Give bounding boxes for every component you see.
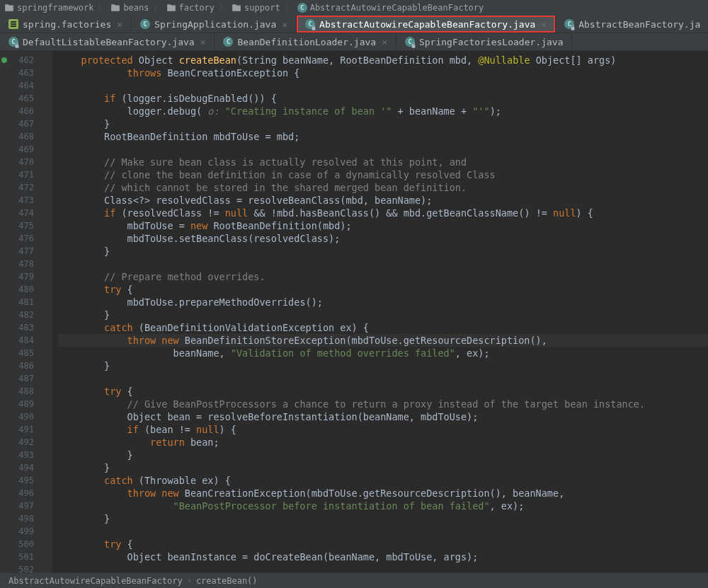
fold-handle[interactable] xyxy=(41,550,52,563)
code-line[interactable]: } xyxy=(58,245,708,258)
close-icon[interactable]: × xyxy=(115,19,122,30)
line-number[interactable]: 494 xyxy=(0,461,34,474)
line-number[interactable]: 483 xyxy=(0,321,34,334)
fold-handle[interactable] xyxy=(41,410,52,423)
code-line[interactable]: // Prepare method overrides. xyxy=(58,270,708,283)
line-number[interactable]: 486 xyxy=(0,359,34,372)
code-line[interactable]: try { xyxy=(58,283,708,296)
line-number[interactable]: 479 xyxy=(0,270,34,283)
fold-handle[interactable] xyxy=(41,512,52,525)
line-number[interactable]: 499 xyxy=(0,525,34,538)
code-line[interactable]: protected Object createBean(String beanN… xyxy=(58,54,708,67)
line-number[interactable]: 498 xyxy=(0,512,34,525)
fold-handle[interactable] xyxy=(41,487,52,500)
fold-handle[interactable] xyxy=(41,525,52,538)
code-line[interactable]: Class<?> resolvedClass = resolveBeanClas… xyxy=(58,194,708,207)
breakpoint-icon[interactable] xyxy=(1,57,7,63)
line-number[interactable]: 468 xyxy=(0,130,34,143)
line-number[interactable]: 497 xyxy=(0,500,34,512)
breadcrumb-class[interactable]: AbstractAutowireCapableBeanFactory xyxy=(8,576,183,586)
line-number[interactable]: 463 xyxy=(0,67,34,79)
editor-tab[interactable]: CDefaultListableBeanFactory.java× xyxy=(0,33,215,50)
fold-handle[interactable] xyxy=(41,117,52,130)
line-number[interactable]: 489 xyxy=(0,398,34,410)
fold-handle[interactable] xyxy=(41,372,52,385)
line-number[interactable]: 465 xyxy=(0,92,34,105)
line-number[interactable]: 476 xyxy=(0,232,34,245)
fold-handle[interactable] xyxy=(41,398,52,410)
line-number-gutter[interactable]: 4624634644654664674684694704714724734744… xyxy=(0,51,41,572)
line-number[interactable]: 481 xyxy=(0,296,34,309)
fold-handle[interactable] xyxy=(41,181,52,194)
fold-handle[interactable] xyxy=(41,385,52,398)
structure-breadcrumb[interactable]: AbstractAutowireCapableBeanFactory › cre… xyxy=(0,572,708,588)
close-icon[interactable]: × xyxy=(199,37,206,47)
fold-handle[interactable] xyxy=(41,67,52,79)
code-line[interactable]: if (resolvedClass != null && !mbd.hasBea… xyxy=(58,207,708,219)
fold-handle[interactable] xyxy=(41,270,52,283)
close-icon[interactable]: × xyxy=(539,19,547,30)
code-line[interactable]: throw new BeanCreationException(mbdToUse… xyxy=(58,487,708,500)
line-number[interactable]: 473 xyxy=(0,194,34,207)
code-line[interactable]: // Give BeanPostProcessors a chance to r… xyxy=(58,398,708,410)
editor-tab[interactable]: CSpringApplication.java× xyxy=(132,16,297,33)
fold-handle[interactable] xyxy=(41,92,52,105)
code-line[interactable]: if (bean != null) { xyxy=(58,423,708,436)
fold-handle[interactable] xyxy=(41,130,52,143)
fold-handle[interactable] xyxy=(41,500,52,512)
breadcrumb-item[interactable]: springframework xyxy=(3,3,95,13)
line-number[interactable]: 482 xyxy=(0,309,34,321)
code-area[interactable]: protected Object createBean(String beanN… xyxy=(52,51,708,572)
line-number[interactable]: 490 xyxy=(0,410,34,423)
line-number[interactable]: 487 xyxy=(0,372,34,385)
line-number[interactable]: 485 xyxy=(0,347,34,359)
code-line[interactable] xyxy=(58,372,708,385)
line-number[interactable]: 502 xyxy=(0,563,34,572)
close-icon[interactable]: × xyxy=(280,19,287,30)
line-number[interactable]: 478 xyxy=(0,258,34,270)
line-number[interactable]: 500 xyxy=(0,538,34,550)
code-line[interactable]: } xyxy=(58,117,708,130)
fold-handle[interactable] xyxy=(41,347,52,359)
fold-gutter[interactable] xyxy=(41,51,52,572)
code-line[interactable]: Object beanInstance = doCreateBean(beanN… xyxy=(58,550,708,563)
breadcrumb-item[interactable]: CAbstractAutowireCapableBeanFactory xyxy=(296,3,486,13)
code-line[interactable]: catch (Throwable ex) { xyxy=(58,474,708,487)
breadcrumb-item[interactable]: support xyxy=(230,3,282,13)
line-number[interactable]: 484 xyxy=(0,334,34,347)
fold-handle[interactable] xyxy=(41,321,52,334)
fold-handle[interactable] xyxy=(41,245,52,258)
fold-handle[interactable] xyxy=(41,334,52,347)
fold-handle[interactable] xyxy=(41,296,52,309)
code-line[interactable]: try { xyxy=(58,385,708,398)
fold-handle[interactable] xyxy=(41,143,52,156)
fold-handle[interactable] xyxy=(41,461,52,474)
editor-tab[interactable]: CBeanDefinitionLoader.java× xyxy=(215,33,396,50)
code-line[interactable]: mbdToUse = new RootBeanDefinition(mbd); xyxy=(58,219,708,232)
fold-handle[interactable] xyxy=(41,156,52,168)
code-line[interactable] xyxy=(58,258,708,270)
line-number[interactable]: 467 xyxy=(0,117,34,130)
fold-handle[interactable] xyxy=(41,474,52,487)
code-line[interactable]: throw new BeanDefinitionStoreException(m… xyxy=(58,334,708,347)
line-number[interactable]: 501 xyxy=(0,550,34,563)
line-number[interactable]: 488 xyxy=(0,385,34,398)
code-line[interactable]: mbdToUse.setBeanClass(resolvedClass); xyxy=(58,232,708,245)
fold-handle[interactable] xyxy=(41,207,52,219)
line-number[interactable]: 495 xyxy=(0,474,34,487)
editor-tab[interactable]: CAbstractAutowireCapableBeanFactory.java… xyxy=(297,16,556,33)
code-line[interactable]: mbdToUse.prepareMethodOverrides(); xyxy=(58,296,708,309)
code-line[interactable]: } xyxy=(58,512,708,525)
code-line[interactable]: } xyxy=(58,359,708,372)
code-line[interactable]: return bean; xyxy=(58,436,708,449)
breadcrumb-item[interactable]: beans xyxy=(109,3,150,13)
line-number[interactable]: 471 xyxy=(0,168,34,181)
editor-tab[interactable]: spring.factories× xyxy=(0,16,132,33)
fold-handle[interactable] xyxy=(41,168,52,181)
code-line[interactable]: catch (BeanDefinitionValidationException… xyxy=(58,321,708,334)
line-number[interactable]: 462 xyxy=(0,54,34,67)
fold-handle[interactable] xyxy=(41,359,52,372)
close-icon[interactable]: × xyxy=(380,37,387,47)
fold-handle[interactable] xyxy=(41,258,52,270)
code-line[interactable] xyxy=(58,79,708,92)
